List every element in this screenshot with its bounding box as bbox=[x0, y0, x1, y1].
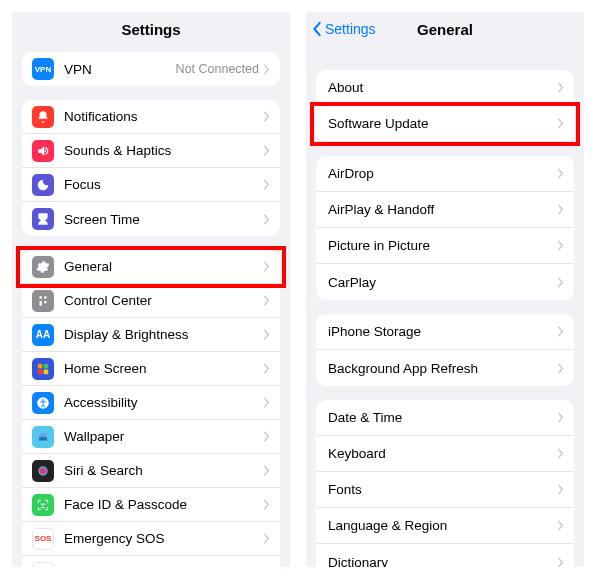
general-row-about[interactable]: About bbox=[316, 70, 574, 106]
accessibility-icon bbox=[32, 392, 54, 414]
chevron-right-icon bbox=[557, 82, 564, 93]
chevron-right-icon bbox=[263, 179, 270, 190]
sos-icon: SOS bbox=[32, 528, 54, 550]
row-label: Picture in Picture bbox=[328, 238, 557, 253]
faceid-icon bbox=[32, 494, 54, 516]
sounds-icon bbox=[32, 140, 54, 162]
chevron-right-icon bbox=[557, 277, 564, 288]
general-group: AboutSoftware Update bbox=[316, 70, 574, 142]
settings-row-vpn[interactable]: VPNVPNNot Connected bbox=[22, 52, 280, 86]
chevron-right-icon bbox=[557, 363, 564, 374]
screentime-icon bbox=[32, 208, 54, 230]
settings-row-face-id-passcode[interactable]: Face ID & Passcode bbox=[22, 488, 280, 522]
row-label: Software Update bbox=[328, 116, 557, 131]
settings-row-accessibility[interactable]: Accessibility bbox=[22, 386, 280, 420]
chevron-right-icon bbox=[557, 240, 564, 251]
settings-row-display-brightness[interactable]: AADisplay & Brightness bbox=[22, 318, 280, 352]
row-label: Notifications bbox=[64, 109, 263, 124]
general-row-airdrop[interactable]: AirDrop bbox=[316, 156, 574, 192]
svg-point-7 bbox=[38, 466, 47, 475]
svg-rect-1 bbox=[44, 363, 49, 368]
settings-row-emergency-sos[interactable]: SOSEmergency SOS bbox=[22, 522, 280, 556]
chevron-right-icon bbox=[557, 557, 564, 568]
general-pane: Settings General AboutSoftware UpdateAir… bbox=[306, 12, 584, 567]
row-label: Sounds & Haptics bbox=[64, 143, 263, 158]
chevron-right-icon bbox=[557, 168, 564, 179]
settings-row-exposure-notifications[interactable]: Exposure Notifications bbox=[22, 556, 280, 567]
settings-group: VPNVPNNot Connected bbox=[22, 52, 280, 86]
chevron-right-icon bbox=[263, 363, 270, 374]
general-group: iPhone StorageBackground App Refresh bbox=[316, 314, 574, 386]
chevron-right-icon bbox=[557, 326, 564, 337]
chevron-right-icon bbox=[557, 484, 564, 495]
general-row-airplay-handoff[interactable]: AirPlay & Handoff bbox=[316, 192, 574, 228]
general-title: General bbox=[417, 21, 473, 38]
home-screen-icon bbox=[32, 358, 54, 380]
general-row-iphone-storage[interactable]: iPhone Storage bbox=[316, 314, 574, 350]
settings-title: Settings bbox=[121, 21, 180, 38]
svg-rect-0 bbox=[38, 363, 43, 368]
settings-row-siri-search[interactable]: Siri & Search bbox=[22, 454, 280, 488]
row-label: Siri & Search bbox=[64, 463, 263, 478]
row-label: Face ID & Passcode bbox=[64, 497, 263, 512]
row-detail: Not Connected bbox=[176, 62, 259, 76]
chevron-right-icon bbox=[263, 111, 270, 122]
svg-rect-3 bbox=[44, 369, 49, 374]
chevron-right-icon bbox=[263, 533, 270, 544]
row-label: CarPlay bbox=[328, 275, 557, 290]
notifications-icon bbox=[32, 106, 54, 128]
settings-group: GeneralControl CenterAADisplay & Brightn… bbox=[22, 250, 280, 567]
settings-group: NotificationsSounds & HapticsFocusScreen… bbox=[22, 100, 280, 236]
general-group: Date & TimeKeyboardFontsLanguage & Regio… bbox=[316, 400, 574, 567]
general-row-carplay[interactable]: CarPlay bbox=[316, 264, 574, 300]
settings-row-control-center[interactable]: Control Center bbox=[22, 284, 280, 318]
settings-row-focus[interactable]: Focus bbox=[22, 168, 280, 202]
general-row-picture-in-picture[interactable]: Picture in Picture bbox=[316, 228, 574, 264]
chevron-right-icon bbox=[557, 412, 564, 423]
general-row-fonts[interactable]: Fonts bbox=[316, 472, 574, 508]
chevron-right-icon bbox=[263, 295, 270, 306]
row-label: Language & Region bbox=[328, 518, 557, 533]
settings-row-screen-time[interactable]: Screen Time bbox=[22, 202, 280, 236]
wallpaper-icon bbox=[32, 426, 54, 448]
general-row-language-region[interactable]: Language & Region bbox=[316, 508, 574, 544]
settings-pane: Settings VPNVPNNot ConnectedNotification… bbox=[12, 12, 290, 567]
settings-row-general[interactable]: General bbox=[22, 250, 280, 284]
display-icon: AA bbox=[32, 324, 54, 346]
chevron-right-icon bbox=[263, 465, 270, 476]
general-row-keyboard[interactable]: Keyboard bbox=[316, 436, 574, 472]
svg-rect-2 bbox=[38, 369, 43, 374]
general-row-software-update[interactable]: Software Update bbox=[316, 106, 574, 142]
row-label: Exposure Notifications bbox=[64, 565, 263, 567]
settings-row-wallpaper[interactable]: Wallpaper bbox=[22, 420, 280, 454]
row-label: Keyboard bbox=[328, 446, 557, 461]
chevron-right-icon bbox=[557, 118, 564, 129]
chevron-right-icon bbox=[263, 214, 270, 225]
row-label: General bbox=[64, 259, 263, 274]
exposure-icon bbox=[32, 562, 54, 568]
control-center-icon bbox=[32, 290, 54, 312]
row-label: AirDrop bbox=[328, 166, 557, 181]
chevron-left-icon bbox=[312, 21, 323, 37]
chevron-right-icon bbox=[263, 261, 270, 272]
general-row-background-app-refresh[interactable]: Background App Refresh bbox=[316, 350, 574, 386]
row-label: VPN bbox=[64, 62, 176, 77]
row-label: AirPlay & Handoff bbox=[328, 202, 557, 217]
settings-row-home-screen[interactable]: Home Screen bbox=[22, 352, 280, 386]
general-row-date-time[interactable]: Date & Time bbox=[316, 400, 574, 436]
vpn-icon: VPN bbox=[32, 58, 54, 80]
siri-icon bbox=[32, 460, 54, 482]
row-label: Control Center bbox=[64, 293, 263, 308]
chevron-right-icon bbox=[557, 204, 564, 215]
settings-row-sounds-haptics[interactable]: Sounds & Haptics bbox=[22, 134, 280, 168]
general-group: AirDropAirPlay & HandoffPicture in Pictu… bbox=[316, 156, 574, 300]
row-label: iPhone Storage bbox=[328, 324, 557, 339]
back-button[interactable]: Settings bbox=[312, 12, 376, 46]
row-label: Display & Brightness bbox=[64, 327, 263, 342]
general-icon bbox=[32, 256, 54, 278]
chevron-right-icon bbox=[557, 448, 564, 459]
settings-header: Settings bbox=[12, 12, 290, 46]
general-row-dictionary[interactable]: Dictionary bbox=[316, 544, 574, 567]
settings-row-notifications[interactable]: Notifications bbox=[22, 100, 280, 134]
svg-point-5 bbox=[42, 399, 44, 401]
